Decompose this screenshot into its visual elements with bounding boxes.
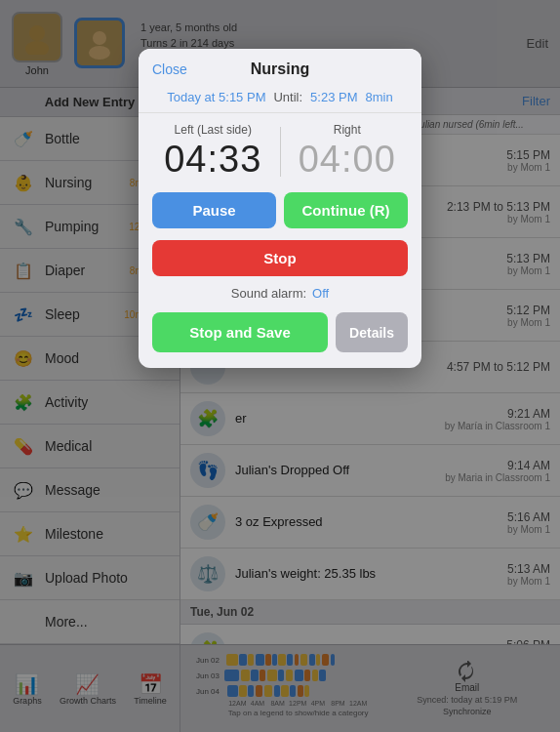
timer-divider [280,127,281,177]
alarm-value[interactable]: Off [312,286,329,301]
modal-subheader: Today at 5:15 PM Until: 5:23 PM 8min [139,86,421,113]
modal-until-label: Until: [273,90,302,104]
timer-right: Right 04:00 [289,123,407,181]
modal-close-button[interactable]: Close [152,61,187,77]
modal-timers: Left (Last side) 04:33 Right 04:00 [139,113,421,186]
modal-today: Today at 5:15 PM [167,90,265,104]
modal-until-time: 5:23 PM [310,90,357,104]
modal-action-buttons: Pause Continue (R) [139,186,421,234]
modal-save-row: Stop and Save Details [139,306,421,352]
modal-duration: 8min [366,90,393,104]
modal-stop-row: Stop [139,234,421,282]
pause-button[interactable]: Pause [152,192,276,228]
modal-header: Close Nursing [139,49,421,86]
timer-left-label: Left (Last side) [175,123,252,137]
stop-button[interactable]: Stop [152,240,408,276]
timer-left-time: 04:33 [164,139,261,181]
modal-alarm-row: Sound alarm: Off [139,282,421,306]
timer-right-time: 04:00 [299,139,396,181]
timer-right-label: Right [334,123,361,137]
modal-overlay: Close Nursing Today at 5:15 PM Until: 5:… [0,0,560,732]
continue-button[interactable]: Continue (R) [284,192,408,228]
stop-save-button[interactable]: Stop and Save [152,312,328,352]
details-button[interactable]: Details [336,312,408,352]
alarm-label: Sound alarm: [231,286,306,301]
timer-left: Left (Last side) 04:33 [154,123,272,181]
nursing-modal: Close Nursing Today at 5:15 PM Until: 5:… [139,49,421,368]
modal-title: Nursing [251,61,309,78]
